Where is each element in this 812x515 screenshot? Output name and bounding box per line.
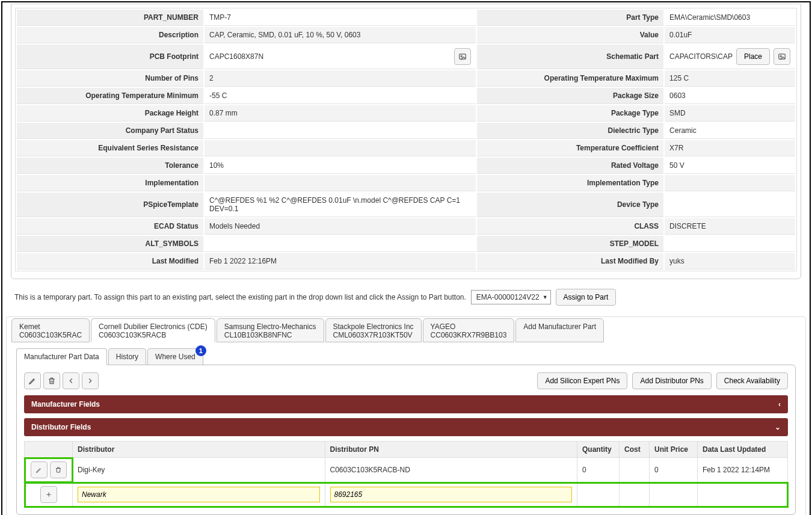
place-button[interactable]: Place bbox=[736, 48, 770, 65]
mfr-name: Cornell Dubilier Electronics (CDE) bbox=[99, 322, 208, 331]
prop-label: Description bbox=[17, 27, 203, 43]
mfr-tab[interactable]: Cornell Dubilier Electronics (CDE)C0603C… bbox=[91, 318, 215, 342]
prop-value: X7R bbox=[669, 144, 683, 152]
mfr-panel: Add Silicon Expert PNs Add Distributor P… bbox=[16, 365, 796, 515]
view-schematic-button[interactable] bbox=[774, 48, 790, 65]
prop-label: PART_NUMBER bbox=[17, 10, 203, 26]
add-manufacturer-tab[interactable]: Add Manufacturer Part bbox=[515, 318, 604, 342]
mfr-pn: CC0603KRX7R9BB103 bbox=[431, 331, 507, 339]
prop-label: Operating Temperature Minimum bbox=[17, 88, 203, 104]
prop-value: 0.01uF bbox=[669, 31, 692, 39]
mfr-tab[interactable]: Stackpole Electronics IncCML0603X7R103KT… bbox=[325, 318, 422, 342]
chevron-down-icon: ⌄ bbox=[775, 423, 781, 431]
prop-label: Package Height bbox=[17, 105, 203, 122]
prop-value: EMA\Ceramic\SMD\0603 bbox=[669, 13, 750, 22]
distributor-table: Distributor Distributor PN Quantity Cost… bbox=[24, 441, 788, 507]
prop-label: Dielectric Type bbox=[477, 123, 663, 139]
prop-value: TMP-7 bbox=[209, 13, 231, 22]
prop-label: Package Type bbox=[477, 105, 663, 122]
delete-button[interactable] bbox=[43, 372, 60, 389]
mfr-tab[interactable]: YAGEOCC0603KRX7R9BB103 bbox=[423, 318, 515, 342]
distributor-fields-header[interactable]: Distributor Fields ⌄ bbox=[24, 418, 788, 436]
chevron-left-icon: ‹ bbox=[778, 400, 781, 409]
arrow-left-icon bbox=[67, 377, 75, 385]
check-availability-button[interactable]: Check Availability bbox=[716, 372, 788, 389]
prop-label: Last Modified By bbox=[477, 253, 663, 270]
distributor-pn-input[interactable] bbox=[330, 487, 573, 502]
prop-value: C^@REFDES %1 %2 C^@REFDES 0.01uF \n.mode… bbox=[209, 196, 460, 213]
prop-value: 0.87 mm bbox=[209, 109, 238, 117]
prop-label: Company Part Status bbox=[17, 123, 203, 139]
assign-to-part-button[interactable]: Assign to Part bbox=[556, 289, 617, 306]
mfr-pn: C0603C103K5RAC bbox=[19, 331, 82, 339]
pencil-icon bbox=[35, 466, 43, 473]
manufacturer-fields-header[interactable]: Manufacturer Fields ‹ bbox=[24, 395, 788, 413]
prop-label: Tolerance bbox=[17, 158, 203, 174]
prop-label: Implementation Type bbox=[477, 175, 663, 191]
prop-value: 10% bbox=[209, 161, 224, 170]
image-icon bbox=[778, 52, 786, 61]
prop-label: Equivalent Series Resistance bbox=[17, 140, 203, 156]
trash-icon bbox=[55, 466, 62, 473]
prop-label: Last Modified bbox=[17, 253, 203, 270]
tab-where-used[interactable]: Where Used 1 bbox=[147, 348, 203, 365]
where-used-badge: 1 bbox=[195, 345, 206, 356]
dist-pn-cell: C0603C103K5RACB-ND bbox=[325, 458, 577, 483]
edit-button[interactable] bbox=[24, 372, 41, 389]
mfr-name: Stackpole Electronics Inc bbox=[333, 322, 414, 331]
pencil-icon bbox=[28, 377, 37, 385]
prop-value: SMD bbox=[669, 109, 686, 117]
trash-icon bbox=[48, 377, 56, 385]
tab-mfr-part-data[interactable]: Manufacturer Part Data bbox=[16, 348, 107, 365]
updated-cell: Feb 1 2022 12:14PM bbox=[698, 458, 788, 483]
edit-row-button[interactable] bbox=[31, 461, 48, 478]
prop-label: Rated Voltage bbox=[477, 158, 663, 174]
delete-row-button[interactable] bbox=[50, 461, 67, 478]
image-icon bbox=[458, 52, 467, 61]
prop-label: Implementation bbox=[17, 175, 203, 191]
price-cell: 0 bbox=[650, 458, 698, 483]
prop-value: 0603 bbox=[669, 91, 686, 100]
prop-label: ALT_SYMBOLS bbox=[17, 236, 203, 252]
prop-label: ECAD Status bbox=[17, 218, 203, 235]
manufacturer-tabs: KemetC0603C103K5RACCornell Dubilier Elec… bbox=[11, 318, 801, 342]
mfr-pn: CL10B103KB8NFNC bbox=[224, 331, 316, 339]
prop-label: Device Type bbox=[477, 193, 663, 217]
tab-history[interactable]: History bbox=[108, 348, 146, 365]
cost-cell bbox=[620, 458, 650, 483]
add-silicon-expert-button[interactable]: Add Silicon Expert PNs bbox=[537, 372, 627, 389]
prop-label: Schematic Part bbox=[477, 45, 663, 69]
arrow-right-icon bbox=[86, 377, 94, 385]
prop-value: CAPACITORS\CAP bbox=[669, 52, 733, 61]
prop-value: Models Needed bbox=[209, 222, 260, 230]
assign-part-select[interactable]: EMA-00000124V22 bbox=[471, 290, 551, 304]
prop-label: CLASS bbox=[477, 218, 663, 235]
mfr-name: Samsung Electro-Mechanics bbox=[224, 322, 316, 331]
prop-value: CAPC1608X87N bbox=[209, 52, 263, 61]
distributor-input[interactable] bbox=[78, 487, 320, 502]
add-row-button[interactable] bbox=[40, 486, 57, 503]
prop-label: PCB Footprint bbox=[17, 45, 203, 69]
assign-text: This is a temporary part. To assign this… bbox=[14, 293, 466, 301]
mfr-name: YAGEO bbox=[431, 322, 507, 331]
dist-cell: Digi-Key bbox=[73, 458, 325, 483]
prop-label: Value bbox=[477, 27, 663, 43]
prop-value: -55 C bbox=[209, 91, 227, 100]
prop-label: STEP_MODEL bbox=[477, 236, 663, 252]
mfr-pn: CML0603X7R103KT50V bbox=[333, 331, 414, 339]
mfr-tab[interactable]: KemetC0603C103K5RAC bbox=[11, 318, 90, 342]
prop-label: Number of Pins bbox=[17, 70, 203, 87]
prop-label: Part Type bbox=[477, 10, 663, 26]
prop-value: Ceramic bbox=[669, 126, 697, 135]
prop-value: DISCRETE bbox=[669, 222, 706, 230]
view-footprint-button[interactable] bbox=[454, 48, 471, 65]
next-button[interactable] bbox=[82, 372, 99, 389]
prop-value: 50 V bbox=[669, 161, 684, 170]
plus-icon bbox=[45, 491, 52, 498]
mfr-tab[interactable]: Samsung Electro-MechanicsCL10B103KB8NFNC bbox=[217, 318, 324, 342]
prop-value: yuks bbox=[669, 257, 684, 265]
add-distributor-pns-button[interactable]: Add Distributor PNs bbox=[632, 372, 711, 389]
prev-button[interactable] bbox=[63, 372, 79, 389]
svg-point-1 bbox=[461, 55, 462, 57]
editing-row bbox=[25, 483, 788, 507]
